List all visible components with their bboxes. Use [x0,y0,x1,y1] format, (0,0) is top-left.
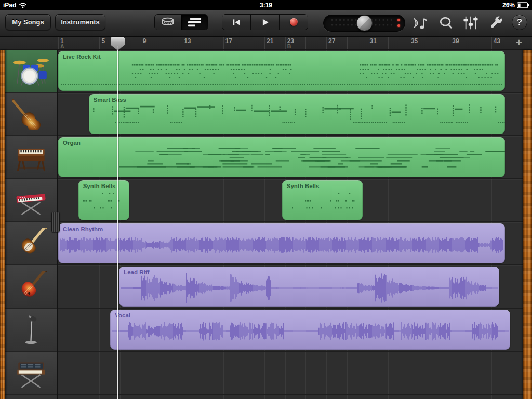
ruler-label: 39 [452,37,459,45]
ruler-label: 31 [370,37,377,45]
ruler-tick [285,36,286,49]
track-header-electric-guitar[interactable] [5,222,57,265]
instruments-button[interactable]: Instruments [55,14,105,30]
rewind-icon [231,18,242,27]
ruler-tick [264,36,265,49]
loop-browser-button[interactable] [437,15,455,31]
transport-controls [222,14,308,30]
volume-knob[interactable] [356,15,373,31]
row-separator [58,394,523,395]
ruler-divider [509,36,509,49]
track-header-drum-kit[interactable] [5,50,57,93]
microphone-icon [12,314,50,345]
record-icon [290,18,298,26]
instruments-label: Instruments [61,18,99,26]
midi-notes-canvas [58,51,505,91]
region-label: Lead Riff [124,269,149,275]
row-separator [58,178,523,179]
region-label: Synth Bells [287,183,320,189]
ruler-tick [409,36,409,49]
loop-browser-icon [438,15,454,31]
waveform-canvas [119,267,499,307]
ruler-label: 43 [494,37,500,45]
ruler-tick [491,36,492,49]
play-button[interactable] [250,15,279,30]
region-clean-rhythm[interactable]: Clean Rhythm [58,223,505,263]
timeline-ruler[interactable]: + 1A5913172123B2731353943 [0,36,532,50]
row-separator [58,221,523,222]
region-organ[interactable]: Organ [58,137,505,177]
note-effects-button[interactable] [412,15,430,31]
track-header-synth-keyboard[interactable] [5,179,57,222]
my-songs-button[interactable]: My Songs [5,14,51,30]
region-smart-bass[interactable]: Smart Bass [89,94,505,134]
rewind-button[interactable] [222,15,250,30]
help-icon: ? [517,17,522,28]
region-lead-riff[interactable]: Lead Riff [119,267,499,307]
waveform-canvas [58,223,505,263]
ruler-label: 9 [143,37,147,45]
track-header-microphone[interactable] [5,309,57,352]
master-volume-slider[interactable] [323,15,405,32]
status-bar: iPad 3:19 26% [0,0,532,10]
midi-notes-canvas [78,180,129,220]
vintage-synth-icon [12,357,50,389]
row-separator [58,308,523,309]
region-label: Synth Bells [83,183,116,189]
help-button[interactable]: ? [512,15,527,30]
ruler-label: 27 [328,37,335,45]
row-separator [58,92,523,93]
gridline [512,50,512,399]
region-live-rock-kit[interactable]: Live Rock Kit [58,51,505,91]
ruler-tick [512,36,512,49]
ruler-label: 13 [184,37,191,45]
toolbar: My Songs Instruments [0,10,532,37]
ruler-tick [450,36,450,49]
ruler-tick [471,36,471,49]
mixer-icon [463,15,478,31]
header-resize-grip[interactable] [51,212,60,232]
track-header-vintage-synth[interactable] [5,352,57,395]
ruler-tick [203,36,203,49]
ruler-tick [223,36,224,49]
track-header-column [5,50,58,399]
settings-button[interactable] [487,15,505,31]
mixer-button[interactable] [462,15,480,31]
ruler-label: 35 [411,37,418,45]
battery-icon [517,2,529,8]
track-header-lead-guitar[interactable] [5,265,57,309]
region-synth-bells[interactable]: Synth Bells [78,180,129,220]
section-label: A [60,43,64,49]
ruler-tick [368,36,368,49]
drum-view-segment[interactable] [155,15,181,30]
clock: 3:19 [0,2,532,9]
ruler-tick [58,36,59,49]
clip-led-bottom [397,24,400,27]
row-separator [58,264,523,265]
track-header-bass-guitar[interactable] [5,93,57,136]
waveform-canvas [110,310,510,350]
tracks-view-segment[interactable] [181,15,208,30]
region-label: Clean Rhythm [63,226,103,232]
record-button[interactable] [279,15,308,30]
midi-notes-canvas [282,180,363,220]
region-vocal[interactable]: Vocal [110,310,510,350]
region-synth-bells[interactable]: Synth Bells [282,180,363,220]
ruler-tick [162,36,162,49]
bass-guitar-icon [12,99,50,130]
wrench-icon [489,16,503,30]
drum-icon [161,17,175,28]
ruler-label: 5 [101,37,105,45]
ruler-tick [326,36,327,49]
ruler-tick [430,36,430,49]
tracks-grid[interactable]: Live Rock KitSmart BassOrganSynth BellsS… [58,50,523,399]
wood-trim-left [0,50,5,399]
row-separator [58,135,523,136]
synth-keyboard-icon [12,185,50,216]
region-label: Smart Bass [94,97,126,103]
track-header-organ[interactable] [5,136,57,179]
electric-guitar-icon [12,228,50,259]
note-effects-icon [413,15,429,31]
add-section-button[interactable]: + [511,36,527,49]
plus-icon: + [516,36,522,48]
